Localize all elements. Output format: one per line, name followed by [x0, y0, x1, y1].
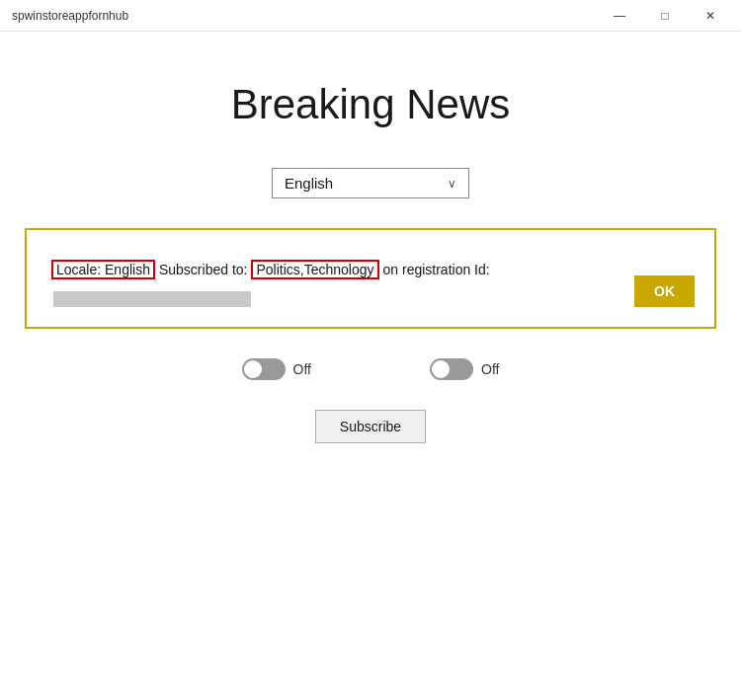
on-registration-label: on registration Id: — [383, 262, 490, 277]
redacted-registration-id — [53, 291, 251, 307]
minimize-button[interactable]: — — [597, 0, 642, 32]
ok-button[interactable]: OK — [634, 275, 695, 307]
language-dropdown-value: English — [285, 175, 333, 192]
main-content: Breaking News English ∨ Locale: English … — [0, 32, 741, 443]
window-title: spwinstoreappfornhub — [12, 9, 128, 23]
close-button[interactable]: ✕ — [688, 0, 733, 32]
chevron-down-icon: ∨ — [448, 177, 456, 191]
toggle-switch-1[interactable] — [242, 358, 286, 380]
subscribed-value: Politics,Technology — [251, 260, 378, 279]
subscribe-button[interactable]: Subscribe — [315, 410, 426, 443]
toggle-label-2: Off — [481, 361, 499, 377]
toggle-label-1: Off — [293, 361, 311, 377]
toggles-section: Off Off — [242, 358, 500, 380]
toggle-group-1: Off — [242, 358, 311, 380]
toggle-group-2: Off — [430, 358, 499, 380]
language-dropdown[interactable]: English ∨ — [272, 168, 469, 198]
locale-label: Locale: English — [51, 260, 155, 279]
subscribed-to-label: Subscribed to: — [159, 262, 248, 277]
dialog-text: Locale: English Subscribed to: Politics,… — [51, 260, 690, 279]
title-bar: spwinstoreappfornhub — □ ✕ — [0, 0, 741, 32]
maximize-button[interactable]: □ — [642, 0, 688, 32]
window-controls: — □ ✕ — [597, 0, 733, 32]
dialog-box: Locale: English Subscribed to: Politics,… — [25, 228, 716, 329]
page-title: Breaking News — [231, 81, 510, 128]
toggle-switch-2[interactable] — [430, 358, 473, 380]
